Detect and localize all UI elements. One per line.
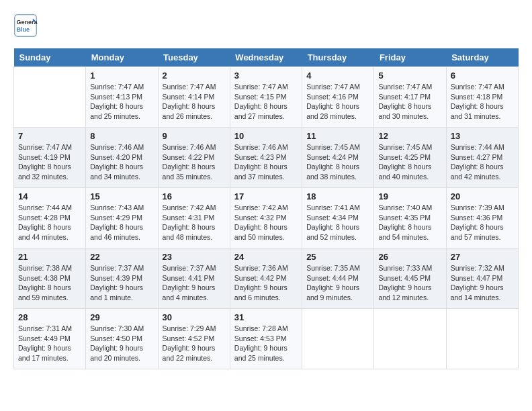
- calendar-cell: [302, 309, 374, 369]
- day-number: 18: [306, 191, 369, 201]
- cell-info: Sunrise: 7:41 AM Sunset: 4:34 PM Dayligh…: [306, 203, 369, 242]
- cell-info: Sunrise: 7:29 AM Sunset: 4:52 PM Dayligh…: [163, 324, 226, 363]
- day-number: 4: [306, 71, 369, 81]
- day-number: 3: [234, 71, 298, 81]
- cell-info: Sunrise: 7:44 AM Sunset: 4:27 PM Dayligh…: [451, 142, 514, 182]
- calendar-cell: 19Sunrise: 7:40 AM Sunset: 4:35 PM Dayli…: [374, 188, 446, 248]
- weekday-header-sunday: Sunday: [14, 48, 86, 67]
- calendar-cell: 20Sunrise: 7:39 AM Sunset: 4:36 PM Dayli…: [446, 188, 518, 248]
- cell-info: Sunrise: 7:37 AM Sunset: 4:41 PM Dayligh…: [163, 263, 226, 303]
- day-number: 2: [163, 71, 226, 81]
- cell-info: Sunrise: 7:46 AM Sunset: 4:20 PM Dayligh…: [90, 142, 153, 182]
- calendar-cell: 31Sunrise: 7:28 AM Sunset: 4:53 PM Dayli…: [230, 309, 302, 369]
- weekday-header-saturday: Saturday: [446, 48, 518, 67]
- calendar-cell: 17Sunrise: 7:42 AM Sunset: 4:32 PM Dayli…: [230, 188, 302, 248]
- day-number: 16: [163, 191, 226, 201]
- calendar-cell: 4Sunrise: 7:47 AM Sunset: 4:16 PM Daylig…: [302, 67, 374, 128]
- calendar-cell: 18Sunrise: 7:41 AM Sunset: 4:34 PM Dayli…: [302, 188, 374, 248]
- calendar-cell: 1Sunrise: 7:47 AM Sunset: 4:13 PM Daylig…: [86, 67, 158, 128]
- day-number: 9: [163, 131, 226, 141]
- calendar-cell: 15Sunrise: 7:43 AM Sunset: 4:29 PM Dayli…: [86, 188, 158, 248]
- day-number: 24: [234, 252, 298, 262]
- cell-info: Sunrise: 7:36 AM Sunset: 4:42 PM Dayligh…: [234, 263, 298, 303]
- calendar-cell: [374, 309, 446, 369]
- day-number: 31: [234, 312, 298, 322]
- weekday-header-row: SundayMondayTuesdayWednesdayThursdayFrid…: [14, 48, 519, 67]
- calendar-cell: 2Sunrise: 7:47 AM Sunset: 4:14 PM Daylig…: [158, 67, 230, 128]
- cell-info: Sunrise: 7:30 AM Sunset: 4:50 PM Dayligh…: [90, 324, 153, 363]
- cell-info: Sunrise: 7:33 AM Sunset: 4:45 PM Dayligh…: [378, 263, 441, 303]
- cell-info: Sunrise: 7:31 AM Sunset: 4:49 PM Dayligh…: [18, 324, 81, 363]
- day-number: 20: [451, 191, 514, 201]
- cell-info: Sunrise: 7:38 AM Sunset: 4:38 PM Dayligh…: [18, 263, 81, 303]
- day-number: 8: [90, 131, 153, 141]
- week-row-4: 21Sunrise: 7:38 AM Sunset: 4:38 PM Dayli…: [14, 248, 519, 309]
- calendar-cell: 7Sunrise: 7:47 AM Sunset: 4:19 PM Daylig…: [14, 128, 86, 188]
- calendar-cell: [446, 309, 518, 369]
- weekday-header-friday: Friday: [374, 48, 446, 67]
- cell-info: Sunrise: 7:47 AM Sunset: 4:17 PM Dayligh…: [378, 82, 441, 122]
- day-number: 10: [234, 131, 298, 141]
- day-number: 7: [18, 131, 81, 141]
- calendar-cell: 21Sunrise: 7:38 AM Sunset: 4:38 PM Dayli…: [14, 248, 86, 309]
- day-number: 5: [378, 71, 441, 81]
- cell-info: Sunrise: 7:35 AM Sunset: 4:44 PM Dayligh…: [306, 263, 369, 303]
- calendar-cell: 29Sunrise: 7:30 AM Sunset: 4:50 PM Dayli…: [86, 309, 158, 369]
- calendar-cell: 23Sunrise: 7:37 AM Sunset: 4:41 PM Dayli…: [158, 248, 230, 309]
- day-number: 26: [378, 252, 441, 262]
- logo: General Blue: [13, 13, 38, 38]
- cell-info: Sunrise: 7:32 AM Sunset: 4:47 PM Dayligh…: [451, 263, 514, 303]
- logo-icon: General Blue: [13, 13, 38, 38]
- week-row-1: 1Sunrise: 7:47 AM Sunset: 4:13 PM Daylig…: [14, 67, 519, 128]
- day-number: 30: [163, 312, 226, 322]
- cell-info: Sunrise: 7:46 AM Sunset: 4:22 PM Dayligh…: [163, 142, 226, 182]
- cell-info: Sunrise: 7:47 AM Sunset: 4:14 PM Dayligh…: [163, 82, 226, 122]
- calendar-cell: 22Sunrise: 7:37 AM Sunset: 4:39 PM Dayli…: [86, 248, 158, 309]
- page-header: General Blue: [13, 13, 519, 38]
- day-number: 29: [90, 312, 153, 322]
- cell-info: Sunrise: 7:45 AM Sunset: 4:25 PM Dayligh…: [378, 142, 441, 182]
- week-row-5: 28Sunrise: 7:31 AM Sunset: 4:49 PM Dayli…: [14, 309, 519, 369]
- cell-info: Sunrise: 7:47 AM Sunset: 4:16 PM Dayligh…: [306, 82, 369, 122]
- calendar-cell: 16Sunrise: 7:42 AM Sunset: 4:31 PM Dayli…: [158, 188, 230, 248]
- calendar-cell: 27Sunrise: 7:32 AM Sunset: 4:47 PM Dayli…: [446, 248, 518, 309]
- cell-info: Sunrise: 7:42 AM Sunset: 4:32 PM Dayligh…: [234, 203, 298, 242]
- day-number: 23: [163, 252, 226, 262]
- cell-info: Sunrise: 7:37 AM Sunset: 4:39 PM Dayligh…: [90, 263, 153, 303]
- day-number: 13: [451, 131, 514, 141]
- day-number: 11: [306, 131, 369, 141]
- cell-info: Sunrise: 7:46 AM Sunset: 4:23 PM Dayligh…: [234, 142, 298, 182]
- svg-text:Blue: Blue: [17, 26, 30, 33]
- cell-info: Sunrise: 7:42 AM Sunset: 4:31 PM Dayligh…: [163, 203, 226, 242]
- calendar-cell: 24Sunrise: 7:36 AM Sunset: 4:42 PM Dayli…: [230, 248, 302, 309]
- day-number: 25: [306, 252, 369, 262]
- weekday-header-tuesday: Tuesday: [158, 48, 230, 67]
- day-number: 12: [378, 131, 441, 141]
- cell-info: Sunrise: 7:47 AM Sunset: 4:18 PM Dayligh…: [451, 82, 514, 122]
- calendar-cell: 6Sunrise: 7:47 AM Sunset: 4:18 PM Daylig…: [446, 67, 518, 128]
- cell-info: Sunrise: 7:40 AM Sunset: 4:35 PM Dayligh…: [378, 203, 441, 242]
- day-number: 28: [18, 312, 81, 322]
- weekday-header-thursday: Thursday: [302, 48, 374, 67]
- cell-info: Sunrise: 7:47 AM Sunset: 4:13 PM Dayligh…: [90, 82, 153, 122]
- cell-info: Sunrise: 7:45 AM Sunset: 4:24 PM Dayligh…: [306, 142, 369, 182]
- day-number: 22: [90, 252, 153, 262]
- calendar-body: 1Sunrise: 7:47 AM Sunset: 4:13 PM Daylig…: [14, 67, 519, 369]
- calendar-cell: 9Sunrise: 7:46 AM Sunset: 4:22 PM Daylig…: [158, 128, 230, 188]
- cell-info: Sunrise: 7:47 AM Sunset: 4:19 PM Dayligh…: [18, 142, 81, 182]
- calendar-cell: 12Sunrise: 7:45 AM Sunset: 4:25 PM Dayli…: [374, 128, 446, 188]
- cell-info: Sunrise: 7:39 AM Sunset: 4:36 PM Dayligh…: [451, 203, 514, 242]
- calendar-cell: 13Sunrise: 7:44 AM Sunset: 4:27 PM Dayli…: [446, 128, 518, 188]
- cell-info: Sunrise: 7:28 AM Sunset: 4:53 PM Dayligh…: [234, 324, 298, 363]
- day-number: 15: [90, 191, 153, 201]
- calendar-cell: 5Sunrise: 7:47 AM Sunset: 4:17 PM Daylig…: [374, 67, 446, 128]
- calendar-cell: [14, 67, 86, 128]
- calendar-cell: 28Sunrise: 7:31 AM Sunset: 4:49 PM Dayli…: [14, 309, 86, 369]
- calendar-cell: 26Sunrise: 7:33 AM Sunset: 4:45 PM Dayli…: [374, 248, 446, 309]
- calendar-cell: 8Sunrise: 7:46 AM Sunset: 4:20 PM Daylig…: [86, 128, 158, 188]
- day-number: 14: [18, 191, 81, 201]
- calendar-table: SundayMondayTuesdayWednesdayThursdayFrid…: [13, 48, 519, 369]
- week-row-3: 14Sunrise: 7:44 AM Sunset: 4:28 PM Dayli…: [14, 188, 519, 248]
- calendar-cell: 11Sunrise: 7:45 AM Sunset: 4:24 PM Dayli…: [302, 128, 374, 188]
- cell-info: Sunrise: 7:43 AM Sunset: 4:29 PM Dayligh…: [90, 203, 153, 242]
